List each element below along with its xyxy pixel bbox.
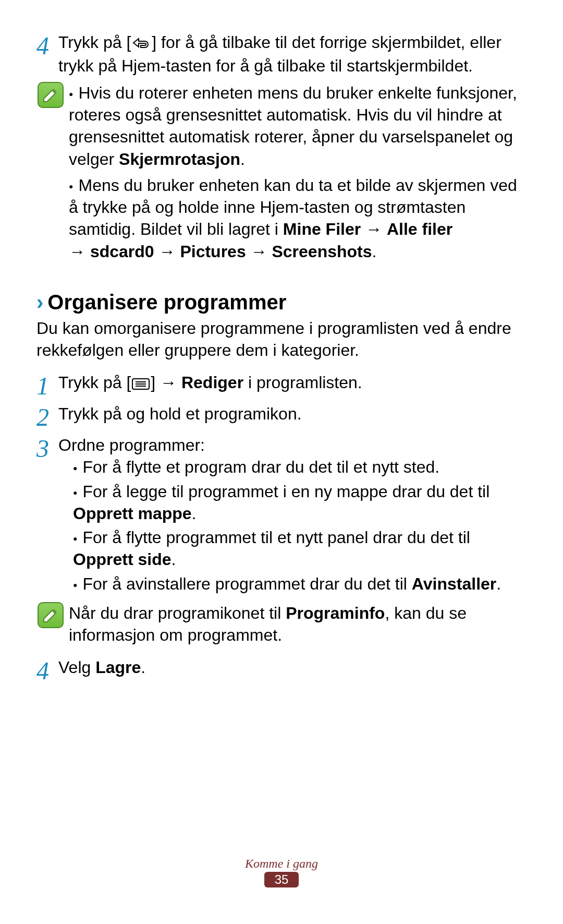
- step-text: Trykk på og hold et programikon.: [58, 403, 527, 430]
- list-item: For å flytte et program drar du det til …: [73, 456, 527, 478]
- step-text: Trykk på [] for å gå tilbake til det for…: [58, 31, 527, 77]
- footer: Komme i gang 35: [0, 857, 563, 887]
- step-number: 4: [36, 656, 58, 683]
- list-item: For å flytte programmet til et nytt pane…: [73, 526, 527, 570]
- menu-icon: [132, 373, 150, 395]
- note-icon: [38, 602, 64, 628]
- list-item: For å avinstallere programmet drar du de…: [73, 573, 527, 595]
- note-box-2: Når du drar programikonet til Programinf…: [36, 602, 527, 646]
- step-1: 1 Trykk på [] → Rediger i programlisten.: [36, 371, 527, 399]
- step-3: 3 Ordne programmer: For å flytte et prog…: [36, 434, 527, 597]
- note-item: Mens du bruker enheten kan du ta et bild…: [69, 174, 527, 262]
- step-4-bottom: 4 Velg Lagre.: [36, 656, 527, 683]
- chevron-icon: ›: [36, 291, 43, 314]
- note-box-1: Hvis du roterer enheten mens du bruker e…: [36, 82, 527, 267]
- step-2: 2 Trykk på og hold et programikon.: [36, 403, 527, 430]
- step-text: Trykk på [] → Rediger i programlisten.: [58, 371, 527, 399]
- step-number: 4: [36, 31, 58, 77]
- list-item: For å legge til programmet i en ny mappe…: [73, 481, 527, 524]
- step-number: 3: [36, 434, 58, 597]
- section-intro: Du kan omorganisere programmene i progra…: [36, 317, 527, 361]
- step-number: 2: [36, 403, 58, 430]
- step-4-top: 4 Trykk på [] for å gå tilbake til det f…: [36, 31, 527, 77]
- note-item: Hvis du roterer enheten mens du bruker e…: [69, 82, 527, 170]
- step-number: 1: [36, 371, 58, 399]
- step-text: Velg Lagre.: [58, 656, 527, 683]
- page-number: 35: [264, 872, 299, 887]
- step-text: Ordne programmer: For å flytte et progra…: [58, 434, 527, 597]
- section-heading: › Organisere programmer: [36, 291, 527, 314]
- footer-title: Komme i gang: [0, 857, 563, 871]
- back-icon: [132, 32, 151, 54]
- note-text: Når du drar programikonet til Programinf…: [69, 602, 527, 646]
- note-icon: [38, 82, 64, 108]
